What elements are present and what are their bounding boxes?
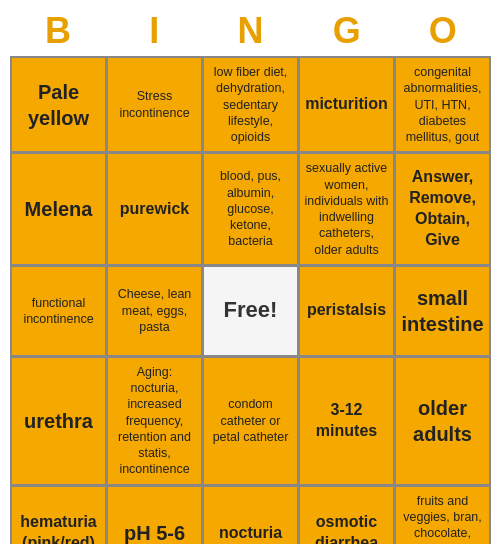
- bingo-cell-4[interactable]: congenital abnormalities, UTI, HTN, diab…: [396, 58, 489, 151]
- header-n: N: [205, 10, 295, 52]
- bingo-card: B I N G O Pale yellowStress incontinence…: [0, 0, 501, 544]
- bingo-cell-22[interactable]: nocturia: [204, 487, 297, 545]
- bingo-cell-20[interactable]: hematuria (pink/red): [12, 487, 105, 545]
- bingo-grid: Pale yellowStress incontinencelow fiber …: [10, 56, 491, 544]
- bingo-cell-10[interactable]: functional incontinence: [12, 267, 105, 355]
- bingo-cell-0[interactable]: Pale yellow: [12, 58, 105, 151]
- bingo-cell-11[interactable]: Cheese, lean meat, eggs, pasta: [108, 267, 201, 355]
- bingo-cell-6[interactable]: purewick: [108, 154, 201, 264]
- bingo-cell-5[interactable]: Melena: [12, 154, 105, 264]
- bingo-cell-16[interactable]: Aging: nocturia, increased frequency, re…: [108, 358, 201, 484]
- bingo-cell-23[interactable]: osmotic diarrhea: [300, 487, 393, 545]
- bingo-cell-15[interactable]: urethra: [12, 358, 105, 484]
- bingo-cell-17[interactable]: condom catheter or petal catheter: [204, 358, 297, 484]
- bingo-cell-2[interactable]: low fiber diet, dehydration, sedentary l…: [204, 58, 297, 151]
- bingo-cell-13[interactable]: peristalsis: [300, 267, 393, 355]
- bingo-cell-8[interactable]: sexually active women, individuals with …: [300, 154, 393, 264]
- header-i: I: [109, 10, 199, 52]
- bingo-header: B I N G O: [10, 10, 491, 52]
- header-o: O: [398, 10, 488, 52]
- bingo-cell-24[interactable]: fruits and veggies, bran, chocolate, alc…: [396, 487, 489, 545]
- header-g: G: [302, 10, 392, 52]
- bingo-cell-9[interactable]: Answer, Remove, Obtain, Give: [396, 154, 489, 264]
- bingo-cell-3[interactable]: micturition: [300, 58, 393, 151]
- bingo-cell-19[interactable]: older adults: [396, 358, 489, 484]
- bingo-cell-21[interactable]: pH 5-6: [108, 487, 201, 545]
- bingo-cell-1[interactable]: Stress incontinence: [108, 58, 201, 151]
- bingo-cell-18[interactable]: 3-12 minutes: [300, 358, 393, 484]
- bingo-cell-7[interactable]: blood, pus, albumin, glucose, ketone, ba…: [204, 154, 297, 264]
- bingo-cell-12[interactable]: Free!: [204, 267, 297, 355]
- bingo-cell-14[interactable]: small intestine: [396, 267, 489, 355]
- header-b: B: [13, 10, 103, 52]
